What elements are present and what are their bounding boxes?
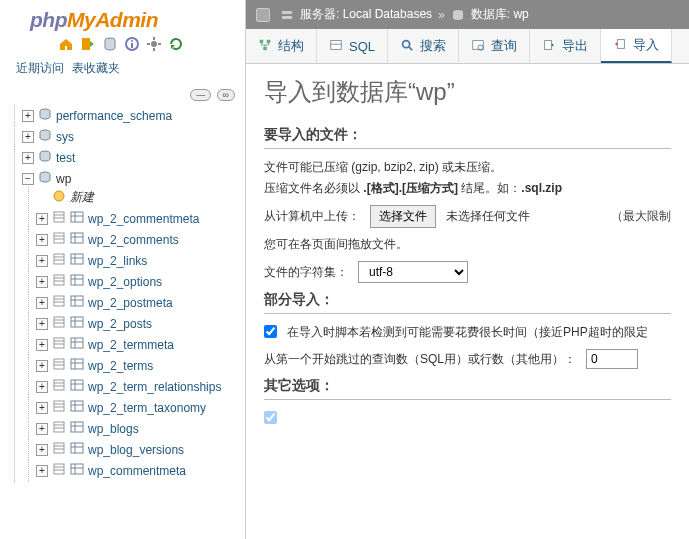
tab-export[interactable]: 导出 xyxy=(530,29,601,63)
table-item-wp_commentmeta[interactable]: +wp_commentmeta xyxy=(36,462,245,479)
tab-structure[interactable]: 结构 xyxy=(246,29,317,63)
expand-icon[interactable]: + xyxy=(36,381,48,393)
db-label[interactable]: test xyxy=(56,151,75,165)
svg-rect-0 xyxy=(82,38,90,50)
choose-file-button[interactable]: 选择文件 xyxy=(370,205,436,228)
table-item-wp_2_links[interactable]: +wp_2_links xyxy=(36,252,245,269)
db-item-wp[interactable]: −wp xyxy=(22,170,245,187)
table-label[interactable]: wp_2_postmeta xyxy=(88,296,173,310)
expand-icon[interactable]: + xyxy=(36,297,48,309)
tab-import[interactable]: 导入 xyxy=(601,29,672,63)
breadcrumb-server[interactable]: 服务器: Local Databases xyxy=(300,6,432,23)
tab-favorites[interactable]: 表收藏夹 xyxy=(70,58,122,79)
svg-rect-75 xyxy=(54,422,64,432)
expand-icon[interactable]: + xyxy=(36,339,48,351)
svg-rect-45 xyxy=(54,317,64,327)
tab-query[interactable]: 查询 xyxy=(459,29,530,63)
expand-icon[interactable]: + xyxy=(36,255,48,267)
svg-rect-15 xyxy=(54,212,64,222)
tab-label: 导出 xyxy=(562,37,588,55)
browse-icon[interactable] xyxy=(52,399,66,416)
docs-icon[interactable] xyxy=(124,36,140,52)
gear-icon[interactable] xyxy=(146,36,162,52)
expand-icon[interactable]: + xyxy=(22,131,34,143)
table-label[interactable]: wp_2_term_relationships xyxy=(88,380,221,394)
db-label[interactable]: sys xyxy=(56,130,74,144)
expand-icon[interactable]: + xyxy=(36,276,48,288)
table-item-wp_2_posts[interactable]: +wp_2_posts xyxy=(36,315,245,332)
new-label[interactable]: 新建 xyxy=(70,189,94,206)
table-label[interactable]: wp_2_comments xyxy=(88,233,179,247)
browse-icon[interactable] xyxy=(52,315,66,332)
table-label[interactable]: wp_2_terms xyxy=(88,359,153,373)
exit-icon[interactable] xyxy=(80,36,96,52)
structure-icon xyxy=(258,38,272,55)
browse-icon[interactable] xyxy=(52,252,66,269)
skip-input[interactable] xyxy=(586,349,638,369)
table-label[interactable]: wp_2_links xyxy=(88,254,147,268)
browse-icon[interactable] xyxy=(52,420,66,437)
browse-icon[interactable] xyxy=(52,210,66,227)
browse-icon[interactable] xyxy=(52,441,66,458)
table-label[interactable]: wp_blogs xyxy=(88,422,139,436)
tab-label: SQL xyxy=(349,39,375,54)
table-item-wp_2_terms[interactable]: +wp_2_terms xyxy=(36,357,245,374)
db-item-performance_schema[interactable]: +performance_schema xyxy=(22,107,245,124)
tab-search[interactable]: 搜索 xyxy=(388,29,459,63)
table-item-wp_2_commentmeta[interactable]: +wp_2_commentmeta xyxy=(36,210,245,227)
browse-icon[interactable] xyxy=(52,336,66,353)
collapse-icon[interactable]: − xyxy=(22,173,34,185)
table-item-wp_2_comments[interactable]: +wp_2_comments xyxy=(36,231,245,248)
browse-icon[interactable] xyxy=(52,231,66,248)
table-label[interactable]: wp_2_commentmeta xyxy=(88,212,199,226)
table-label[interactable]: wp_commentmeta xyxy=(88,464,186,478)
collapse-panel-button[interactable]: — xyxy=(190,89,211,101)
expand-icon[interactable]: + xyxy=(36,465,48,477)
home-icon[interactable] xyxy=(58,36,74,52)
tab-sql[interactable]: SQL xyxy=(317,29,388,63)
expand-icon[interactable]: + xyxy=(36,444,48,456)
browse-icon[interactable] xyxy=(52,273,66,290)
other-option-checkbox[interactable] xyxy=(264,411,277,424)
logo[interactable]: phpMyAdmin xyxy=(0,0,245,34)
table-item-wp_2_term_relationships[interactable]: +wp_2_term_relationships xyxy=(36,378,245,395)
nav-toggle-icon[interactable] xyxy=(256,8,270,22)
new-table-item[interactable]: 新建 xyxy=(36,189,245,206)
breadcrumb-db[interactable]: 数据库: wp xyxy=(471,6,529,23)
table-item-wp_2_termmeta[interactable]: +wp_2_termmeta xyxy=(36,336,245,353)
table-label[interactable]: wp_blog_versions xyxy=(88,443,184,457)
browse-icon[interactable] xyxy=(52,462,66,479)
expand-icon[interactable]: + xyxy=(36,318,48,330)
table-label[interactable]: wp_2_options xyxy=(88,275,162,289)
db-item-test[interactable]: +test xyxy=(22,149,245,166)
expand-icon[interactable]: + xyxy=(36,213,48,225)
table-item-wp_2_options[interactable]: +wp_2_options xyxy=(36,273,245,290)
table-label[interactable]: wp_2_term_taxonomy xyxy=(88,401,206,415)
browse-icon[interactable] xyxy=(52,357,66,374)
allow-interrupt-checkbox[interactable] xyxy=(264,325,277,338)
charset-select[interactable]: utf-8 xyxy=(358,261,468,283)
table-label[interactable]: wp_2_termmeta xyxy=(88,338,174,352)
expand-icon[interactable]: + xyxy=(36,402,48,414)
table-item-wp_2_postmeta[interactable]: +wp_2_postmeta xyxy=(36,294,245,311)
tab-recent[interactable]: 近期访问 xyxy=(14,58,66,79)
expand-icon[interactable]: + xyxy=(36,360,48,372)
expand-icon[interactable]: + xyxy=(22,110,34,122)
browse-icon[interactable] xyxy=(52,294,66,311)
expand-icon[interactable]: + xyxy=(36,234,48,246)
sql-icon[interactable] xyxy=(102,36,118,52)
drag-hint: 您可在各页面间拖放文件。 xyxy=(264,236,671,253)
reload-icon[interactable] xyxy=(168,36,184,52)
table-item-wp_2_term_taxonomy[interactable]: +wp_2_term_taxonomy xyxy=(36,399,245,416)
browse-icon[interactable] xyxy=(52,378,66,395)
db-label[interactable]: performance_schema xyxy=(56,109,172,123)
expand-icon[interactable]: + xyxy=(22,152,34,164)
table-item-wp_blog_versions[interactable]: +wp_blog_versions xyxy=(36,441,245,458)
table-item-wp_blogs[interactable]: +wp_blogs xyxy=(36,420,245,437)
db-item-sys[interactable]: +sys xyxy=(22,128,245,145)
sidebar: phpMyAdmin 近期访问 表收藏夹 — ∞ +performance_sc… xyxy=(0,0,246,539)
table-label[interactable]: wp_2_posts xyxy=(88,317,152,331)
db-label[interactable]: wp xyxy=(56,172,71,186)
link-panel-button[interactable]: ∞ xyxy=(217,89,235,101)
expand-icon[interactable]: + xyxy=(36,423,48,435)
